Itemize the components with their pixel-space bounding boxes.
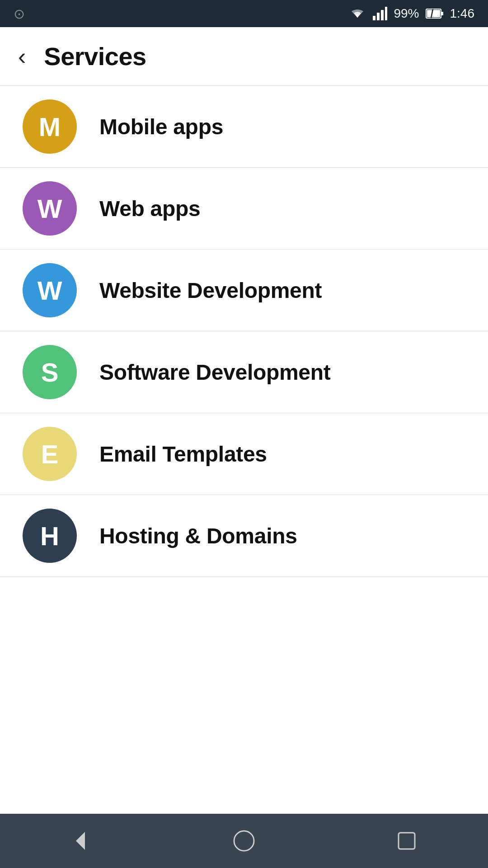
avatar-email-templates: E bbox=[23, 427, 77, 481]
svg-point-9 bbox=[234, 831, 254, 851]
service-label-website-development: Website Development bbox=[99, 278, 322, 303]
signal-icon bbox=[373, 7, 387, 20]
svg-rect-10 bbox=[399, 833, 415, 849]
service-item-hosting-domains[interactable]: HHosting & Domains bbox=[0, 495, 488, 577]
svg-rect-0 bbox=[373, 16, 375, 20]
service-item-web-apps[interactable]: WWeb apps bbox=[0, 168, 488, 250]
wifi-icon bbox=[348, 7, 366, 20]
app-bar: ‹ Services bbox=[0, 27, 488, 86]
service-label-email-templates: Email Templates bbox=[99, 442, 267, 467]
service-item-software-development[interactable]: SSoftware Development bbox=[0, 331, 488, 413]
back-button[interactable]: ‹ bbox=[18, 45, 26, 68]
service-list: MMobile appsWWeb appsWWebsite Developmen… bbox=[0, 86, 488, 814]
svg-marker-8 bbox=[76, 832, 85, 850]
service-label-software-development: Software Development bbox=[99, 360, 330, 385]
avatar-software-development: S bbox=[23, 345, 77, 399]
nav-recents-button[interactable] bbox=[384, 823, 429, 859]
avatar-web-apps: W bbox=[23, 181, 77, 236]
notification-icon: ⊙ bbox=[14, 6, 25, 22]
service-label-web-apps: Web apps bbox=[99, 196, 200, 221]
service-item-mobile-apps[interactable]: MMobile apps bbox=[0, 86, 488, 168]
nav-home-button[interactable] bbox=[221, 823, 267, 859]
battery-percentage: 99% bbox=[394, 6, 419, 21]
status-bar: ⊙ 99% 1:46 bbox=[0, 0, 488, 27]
nav-bar bbox=[0, 814, 488, 868]
battery-icon bbox=[426, 7, 444, 20]
svg-rect-2 bbox=[381, 10, 384, 20]
svg-rect-5 bbox=[441, 12, 443, 15]
service-label-hosting-domains: Hosting & Domains bbox=[99, 524, 297, 548]
nav-back-button[interactable] bbox=[59, 823, 104, 859]
service-label-mobile-apps: Mobile apps bbox=[99, 114, 223, 139]
svg-rect-3 bbox=[385, 7, 387, 20]
page-title: Services bbox=[44, 42, 146, 71]
status-bar-left: ⊙ bbox=[14, 6, 25, 22]
back-arrow-icon: ‹ bbox=[18, 45, 26, 68]
status-bar-right: 99% 1:46 bbox=[348, 6, 474, 21]
avatar-website-development: W bbox=[23, 263, 77, 317]
svg-rect-6 bbox=[427, 10, 440, 17]
svg-rect-1 bbox=[377, 13, 380, 20]
time-display: 1:46 bbox=[450, 6, 475, 21]
avatar-mobile-apps: M bbox=[23, 99, 77, 154]
service-item-email-templates[interactable]: EEmail Templates bbox=[0, 413, 488, 495]
avatar-hosting-domains: H bbox=[23, 509, 77, 563]
service-item-website-development[interactable]: WWebsite Development bbox=[0, 250, 488, 331]
